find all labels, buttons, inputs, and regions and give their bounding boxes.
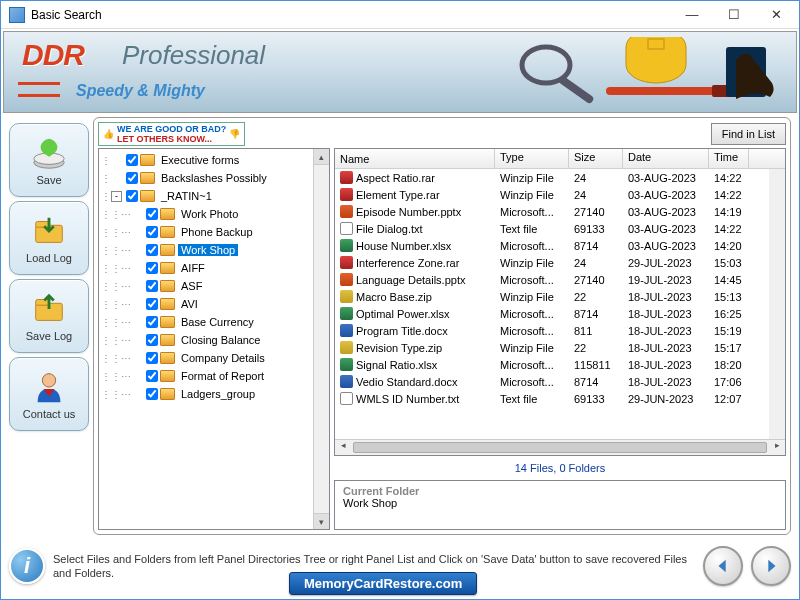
col-size[interactable]: Size <box>569 149 623 168</box>
file-date: 18-JUL-2023 <box>623 325 709 337</box>
filelist-vscrollbar[interactable] <box>769 169 785 439</box>
col-name[interactable]: Name <box>335 149 495 168</box>
col-type[interactable]: Type <box>495 149 569 168</box>
scroll-left-icon[interactable]: ◂ <box>335 440 351 455</box>
save-log-button[interactable]: Save Log <box>9 279 89 353</box>
file-type: Microsoft... <box>495 206 569 218</box>
tree-checkbox[interactable] <box>146 352 158 364</box>
file-list[interactable]: Name Type Size Date Time Aspect Ratio.ra… <box>334 148 786 456</box>
filelist-hscrollbar[interactable]: ◂ ▸ <box>335 439 785 455</box>
tree-label: Executive forms <box>158 154 242 166</box>
file-row[interactable]: Revision Type.zipWinzip File2218-JUL-202… <box>335 339 785 356</box>
file-row[interactable]: Element Type.rarWinzip File2403-AUG-2023… <box>335 186 785 203</box>
scroll-up-icon[interactable]: ▴ <box>314 149 329 165</box>
folder-tree[interactable]: ⋮Executive forms⋮Backslashes Possibly⋮-_… <box>98 148 330 530</box>
folder-icon <box>140 190 155 202</box>
svg-rect-11 <box>36 300 49 306</box>
tree-checkbox[interactable] <box>146 226 158 238</box>
file-row[interactable]: Language Details.pptxMicrosoft...2714019… <box>335 271 785 288</box>
tree-checkbox[interactable] <box>146 370 158 382</box>
file-name: Vedio Standard.docx <box>356 376 458 388</box>
tree-item[interactable]: ⋮⋮⋯Base Currency <box>101 313 329 331</box>
file-date: 03-AUG-2023 <box>623 240 709 252</box>
tree-checkbox[interactable] <box>146 388 158 400</box>
file-row[interactable]: Optimal Power.xlsxMicrosoft...871418-JUL… <box>335 305 785 322</box>
tree-item[interactable]: ⋮⋮⋯AVI <box>101 295 329 313</box>
tree-item[interactable]: ⋮⋮⋯AIFF <box>101 259 329 277</box>
minimize-button[interactable]: — <box>671 4 713 26</box>
hscroll-thumb[interactable] <box>353 442 767 453</box>
tree-item[interactable]: ⋮⋮⋯Ladgers_group <box>101 385 329 403</box>
tree-checkbox[interactable] <box>126 172 138 184</box>
tree-item[interactable]: ⋮⋮⋯Work Photo <box>101 205 329 223</box>
file-row[interactable]: Interference Zone.rarWinzip File2429-JUL… <box>335 254 785 271</box>
tree-checkbox[interactable] <box>146 298 158 310</box>
tree-item[interactable]: ⋮Backslashes Possibly <box>101 169 329 187</box>
find-in-list-button[interactable]: Find in List <box>711 123 786 145</box>
file-row[interactable]: WMLS ID Number.txtText file6913329-JUN-2… <box>335 390 785 407</box>
file-type: Microsoft... <box>495 325 569 337</box>
maximize-button[interactable]: ☐ <box>713 4 755 26</box>
file-row[interactable]: Aspect Ratio.rarWinzip File2403-AUG-2023… <box>335 169 785 186</box>
tree-checkbox[interactable] <box>146 316 158 328</box>
tagline: Speedy & Mighty <box>76 82 205 100</box>
tree-checkbox[interactable] <box>146 262 158 274</box>
file-name: Aspect Ratio.rar <box>356 172 435 184</box>
current-folder-panel: Current Folder Work Shop <box>334 480 786 530</box>
file-date: 03-AUG-2023 <box>623 189 709 201</box>
tree-item[interactable]: ⋮⋮⋯ASF <box>101 277 329 295</box>
tree-checkbox[interactable] <box>126 154 138 166</box>
folder-icon <box>160 226 175 238</box>
scroll-down-icon[interactable]: ▾ <box>314 513 329 529</box>
prev-button[interactable] <box>703 546 743 586</box>
expander-icon[interactable]: - <box>111 191 122 202</box>
file-row[interactable]: File Dialog.txtText file6913303-AUG-2023… <box>335 220 785 237</box>
tree-checkbox[interactable] <box>146 244 158 256</box>
save-log-label: Save Log <box>26 330 72 342</box>
col-date[interactable]: Date <box>623 149 709 168</box>
save-button[interactable]: Save <box>9 123 89 197</box>
info-icon: i <box>9 548 45 584</box>
topbar: 👍 WE ARE GOOD OR BAD? LET OTHERS KNOW...… <box>98 122 786 146</box>
file-row[interactable]: Episode Number.pptxMicrosoft...2714003-A… <box>335 203 785 220</box>
next-button[interactable] <box>751 546 791 586</box>
file-time: 12:07 <box>709 393 749 405</box>
tree-item[interactable]: ⋮⋮⋯Phone Backup <box>101 223 329 241</box>
file-row[interactable]: Macro Base.zipWinzip File2218-JUL-202315… <box>335 288 785 305</box>
file-type: Winzip File <box>495 291 569 303</box>
tree-item[interactable]: ⋮⋮⋯Company Details <box>101 349 329 367</box>
feedback-banner[interactable]: 👍 WE ARE GOOD OR BAD? LET OTHERS KNOW...… <box>98 122 245 146</box>
tree-label: Company Details <box>178 352 268 364</box>
tree-checkbox[interactable] <box>146 208 158 220</box>
tree-checkbox[interactable] <box>126 190 138 202</box>
xlsx-icon <box>340 239 353 252</box>
file-row[interactable]: Program Title.docxMicrosoft...81118-JUL-… <box>335 322 785 339</box>
col-time[interactable]: Time <box>709 149 749 168</box>
file-type: Winzip File <box>495 257 569 269</box>
file-date: 03-AUG-2023 <box>623 223 709 235</box>
docx-icon <box>340 375 353 388</box>
contact-us-button[interactable]: Contact us <box>9 357 89 431</box>
file-row[interactable]: Signal Ratio.xlsxMicrosoft...11581118-JU… <box>335 356 785 373</box>
file-size: 24 <box>569 189 623 201</box>
tree-item[interactable]: ⋮⋮⋯Closing Balance <box>101 331 329 349</box>
tree-item[interactable]: ⋮Executive forms <box>101 151 329 169</box>
tools-illustration <box>486 37 786 109</box>
tree-item[interactable]: ⋮⋮⋯Format of Report <box>101 367 329 385</box>
tree-checkbox[interactable] <box>146 334 158 346</box>
tree-checkbox[interactable] <box>146 280 158 292</box>
tree-scrollbar[interactable]: ▴ ▾ <box>313 149 329 529</box>
tree-item[interactable]: ⋮⋮⋯Work Shop <box>101 241 329 259</box>
footer: i Select Files and Folders from left Pan… <box>9 539 791 593</box>
file-time: 17:06 <box>709 376 749 388</box>
scroll-right-icon[interactable]: ▸ <box>769 440 785 455</box>
tree-item[interactable]: ⋮-_RATIN~1 <box>101 187 329 205</box>
file-row[interactable]: Vedio Standard.docxMicrosoft...871418-JU… <box>335 373 785 390</box>
file-name: Optimal Power.xlsx <box>356 308 450 320</box>
contact-icon <box>30 368 68 406</box>
file-row[interactable]: House Number.xlsxMicrosoft...871403-AUG-… <box>335 237 785 254</box>
file-date: 29-JUL-2023 <box>623 257 709 269</box>
feedback-line2: LET OTHERS KNOW... <box>117 134 212 144</box>
load-log-button[interactable]: Load Log <box>9 201 89 275</box>
close-button[interactable]: ✕ <box>755 4 797 26</box>
